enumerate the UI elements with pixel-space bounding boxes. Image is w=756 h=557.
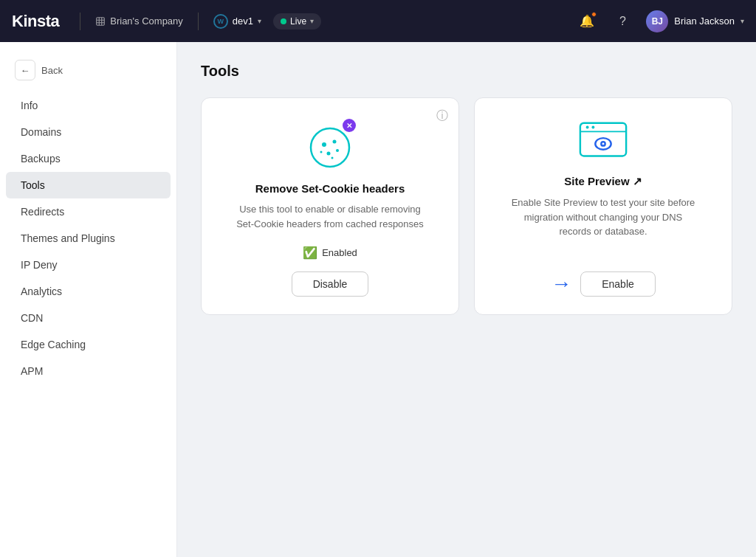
user-menu[interactable]: BJ Brian Jackson ▾ [646,10,744,32]
sidebar-item-analytics-label: Analytics [21,286,62,297]
sidebar-item-analytics[interactable]: Analytics [6,278,171,305]
site-preview-card: Site Preview ↗ Enable Site Preview to te… [474,97,732,315]
status-label: Enabled [322,247,357,258]
site-preview-title: Site Preview ↗ [564,175,642,188]
sidebar-item-tools-label: Tools [21,179,45,191]
sidebar-item-redirects[interactable]: Redirects [6,198,171,225]
sidebar-item-backups[interactable]: Backups [6,145,171,172]
page-title: Tools [201,63,732,80]
back-button[interactable]: ← Back [0,54,176,92]
svg-point-6 [320,151,323,153]
sidebar-item-themes-plugins-label: Themes and Plugins [21,232,115,244]
building-icon [95,16,106,27]
company-name: Brian's Company [110,15,183,27]
disable-button[interactable]: Disable [292,271,369,297]
nav-divider-2 [198,13,199,30]
sidebar-item-cdn[interactable]: CDN [6,305,171,331]
svg-point-2 [322,142,326,147]
username-label: Brian Jackson [674,15,735,27]
sidebar-nav: Info Domains Backups Tools Redirects The… [0,92,176,384]
topnav-right-section: 🔔 ? BJ Brian Jackson ▾ [575,10,744,33]
environment-badge[interactable]: Live ▾ [273,13,321,30]
cookie-icon-area: ✕ [304,119,356,170]
remove-cookie-desc: Use this tool to enable or disable remov… [234,202,426,231]
sidebar-item-domains-label: Domains [21,126,61,138]
top-navigation: Kinsta Brian's Company W dev1 ▾ Live ▾ 🔔… [0,0,756,42]
svg-rect-0 [97,17,105,25]
enable-button[interactable]: Enable [580,271,656,297]
svg-point-5 [336,149,339,152]
sidebar-item-redirects-label: Redirects [21,206,64,218]
site-preview-action-row: → Enable [492,271,714,297]
site-name: dev1 [233,15,253,27]
live-label: Live [290,16,306,27]
site-preview-icon-wrap [577,119,629,163]
sidebar-item-edge-caching-label: Edge Caching [21,339,86,350]
company-selector[interactable]: Brian's Company [95,15,183,27]
site-preview-icon [577,120,629,162]
sidebar-item-tools[interactable]: Tools [6,172,171,198]
remove-set-cookie-card: ⓘ ✕ [201,97,459,315]
user-chevron-icon[interactable]: ▾ [740,17,744,25]
sidebar: ← Back Info Domains Backups Tools Redire… [0,42,177,557]
site-preview-icon-area [577,119,629,163]
svg-point-4 [327,152,331,156]
sidebar-item-backups-label: Backups [21,153,61,165]
notifications-button[interactable]: 🔔 [575,10,599,33]
sidebar-item-ip-deny-label: IP Deny [21,259,58,271]
svg-point-3 [333,140,337,144]
info-icon[interactable]: ⓘ [436,108,448,124]
svg-point-10 [586,126,589,129]
sidebar-item-apm[interactable]: APM [6,358,171,384]
live-chevron-icon[interactable]: ▾ [310,17,314,25]
help-icon[interactable]: ? [611,10,634,33]
avatar: BJ [646,10,668,32]
svg-point-11 [591,126,594,129]
kinsta-logo: Kinsta [12,12,59,31]
nav-divider [80,13,80,30]
cookie-icon-wrap: ✕ [304,119,356,170]
site-preview-desc: Enable Site Preview to test your site be… [507,196,699,239]
sidebar-item-apm-label: APM [21,365,43,377]
cookie-x-badge: ✕ [343,119,356,132]
avatar-initials: BJ [652,16,663,27]
svg-point-1 [311,128,349,167]
notification-badge [591,12,597,17]
enabled-status: ✅ Enabled [303,246,357,260]
sidebar-item-info-label: Info [21,100,38,111]
sidebar-item-info[interactable]: Info [6,92,171,119]
wordpress-icon: W [213,14,228,29]
arrow-right-icon: → [551,272,571,296]
svg-point-14 [602,142,605,145]
sidebar-item-themes-plugins[interactable]: Themes and Plugins [6,225,171,252]
sidebar-item-domains[interactable]: Domains [6,119,171,145]
svg-point-7 [331,157,334,159]
check-circle-icon: ✅ [303,246,317,260]
site-chevron-icon[interactable]: ▾ [258,17,261,25]
back-label: Back [41,65,63,76]
main-content: Tools ⓘ [177,42,756,557]
live-indicator [281,18,286,24]
sidebar-item-ip-deny[interactable]: IP Deny [6,252,171,278]
back-arrow-icon: ← [15,60,35,80]
tools-cards-row: ⓘ ✕ [201,97,732,315]
sidebar-item-cdn-label: CDN [21,312,43,324]
site-selector[interactable]: W dev1 ▾ [213,14,261,29]
remove-cookie-title: Remove Set-Cookie headers [255,182,405,195]
sidebar-item-edge-caching[interactable]: Edge Caching [6,331,171,358]
page-layout: ← Back Info Domains Backups Tools Redire… [0,42,756,557]
